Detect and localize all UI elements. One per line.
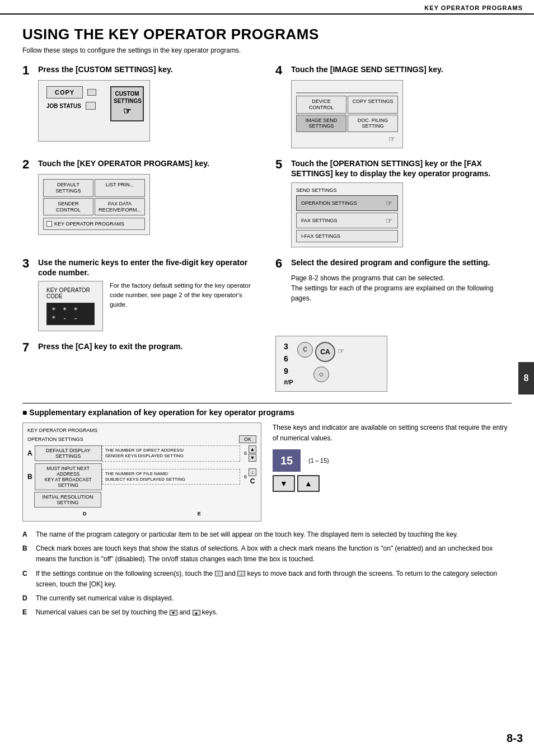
step-2-title: Touch the [KEY OPERATOR PROGRAMS] key. [38,158,209,168]
nav-down-btn[interactable]: ▼ [273,475,295,492]
footnote-a: A The name of the program category or pa… [22,529,512,540]
c-button[interactable]: C [297,342,313,358]
supp-down-arrow-a[interactable]: ▼ [249,454,256,462]
step-4-body: DEVICE CONTROL COPY SETTINGS IMAGE SENDS… [291,80,512,148]
supp-de-labels: D E [27,511,256,516]
step-5-number: 5 [275,158,291,171]
checkbox-icon [46,221,52,227]
page-title: USING THE KEY OPERATOR PROGRAMS [22,26,512,43]
default-settings-btn[interactable]: DEFAULTSETTINGS [43,179,93,197]
step-7-title: Press the [CA] key to exit the program. [38,341,182,351]
nav-up-btn[interactable]: ▲ [297,475,320,492]
job-status-label: JOB STATUS [46,103,81,109]
step7-keypad: 3 6 9 #/P [284,342,379,386]
supp-default-display-btn[interactable]: DEFAULT DISPLAY SETTINGS [35,445,102,461]
footnote-e-letter: E [22,607,31,618]
down-arrow-e: ▼ [170,610,177,616]
numerical-value-display: 15 [273,449,301,472]
step-7-number: 7 [22,341,38,354]
fax-settings-btn[interactable]: FAX SETTINGS ☞ [296,213,398,228]
step-4-number: 4 [275,64,291,77]
footnote-d-letter: D [22,593,31,604]
operation-settings-btn[interactable]: OPERATION SETTINGS ☞ [296,195,398,211]
key-row-hashp: #/P [284,379,293,386]
ifax-settings-btn[interactable]: I-FAX SETTINGS [296,230,398,242]
page-number: 8-3 [507,732,523,745]
main-content: USING THE KEY OPERATOR PROGRAMS Follow t… [0,20,534,632]
step-1-mockup: COPY JOB STATUS CUSTOMSETTINGS ☞ [38,80,150,142]
step-1-title: Press the [CUSTOM SETTINGS] key. [38,64,173,74]
job-status-button[interactable] [86,102,96,110]
step-6-header: 6 Select the desired program and configu… [275,257,512,270]
nav-arrows: ▼ ▲ [273,475,512,492]
footnote-a-text: The name of the program category or part… [36,529,512,540]
device-control-btn[interactable]: DEVICE CONTROL [296,96,346,114]
supp-initial-resolution-btn[interactable]: INITIAL RESOLUTION SETTING [34,492,101,508]
supp-a-label: A [27,449,32,457]
up-arrow-e: ▲ [193,610,200,616]
ca-btn-column: C CA ☞ ◇ [297,342,345,386]
down-arrow-inline: ↓ [237,571,245,576]
footnote-c-text: If the settings continue on the followin… [36,569,512,590]
step-3-number: 3 [22,257,38,270]
doc-piling-btn: DOC. PILINGSETTING [348,115,398,133]
step-3-block: 3 Use the numeric keys to enter the five… [22,257,259,331]
step-7-block: 7 Press the [CA] key to exit the program… [22,341,259,382]
copy-settings-btn[interactable]: COPY SETTINGS [348,96,398,114]
custom-settings-label: CUSTOMSETTINGS [114,91,142,104]
footnote-e: E Numerical values can be set by touchin… [22,607,512,618]
supp-up-arrow-a[interactable]: ▲ [249,445,256,453]
page-header: KEY OPERATOR PROGRAMS [0,0,534,15]
footnote-b: B Check mark boxes are touch keys that s… [22,543,512,565]
key-operator-programs-btn[interactable]: KEY OPERATOR PROGRAMS [43,218,145,230]
supp-kop-label: KEY OPERATOR PROGRAMS [27,428,97,433]
keypad-column: 3 6 9 #/P [284,342,293,386]
numerical-display-row: 15 (1～15) [273,449,512,472]
supp-next-address-btn[interactable]: MUST INPUT NEXT ADDRESSKEY AT BROADCAST … [35,463,102,490]
list-print-btn[interactable]: LIST PRIN... [95,179,145,197]
footnote-c-letter: C [22,569,31,590]
step-5-body: SEND SETTINGS OPERATION SETTINGS ☞ FAX S… [291,182,512,247]
step-3-body: KEY OPERATOR CODE * * * * - - For the fa… [38,281,259,331]
supp-ok-button[interactable]: OK [239,435,256,443]
footnote-d-text: The currently set numerical value is dis… [36,593,512,604]
step-6-text1: Page 8-2 shows the programs that can be … [291,273,512,283]
supplementary-section: ■ Supplementary explanation of key opera… [22,403,512,618]
step-1-block: 1 Press the [CUSTOM SETTINGS] key. COPY … [22,64,259,148]
supp-row-a: A DEFAULT DISPLAY SETTINGS THE NUMBER OF… [27,445,256,462]
supp-diagram-header: KEY OPERATOR PROGRAMS [27,428,256,433]
copy-indicator [87,89,96,96]
footnote-b-text: Check mark boxes are touch keys that sho… [36,543,512,565]
supplementary-grid: KEY OPERATOR PROGRAMS OPERATION SETTINGS… [22,422,512,522]
supp-row-b-num: 6 [240,474,247,480]
step-3-layout: KEY OPERATOR CODE * * * * - - For the fa… [38,281,259,331]
image-send-settings-btn[interactable]: IMAGE SENDSETTINGS [296,115,346,133]
step-7-mockup: 3 6 9 #/P [275,336,387,392]
supp-file-name-info: THE NUMBER OF FILE NAME/SUBJECT KEYS DIS… [102,469,240,485]
custom-settings-button[interactable]: CUSTOMSETTINGS ☞ [110,86,144,121]
supplementary-title: ■ Supplementary explanation of key opera… [22,408,512,417]
sender-control-btn[interactable]: SENDER CONTROL [43,198,93,216]
step-4-header: 4 Touch the [IMAGE SEND SETTINGS] key. [275,64,512,77]
supp-down-arrow-b[interactable]: ↓ [249,468,256,476]
step-6-title: Select the desired program and configure… [291,257,490,267]
footnotes: A The name of the program category or pa… [22,529,512,618]
footnote-b-letter: B [22,543,31,565]
supplementary-numerical: These keys and indicator are available o… [273,422,512,522]
supp-op-settings-label: OPERATION SETTINGS [27,436,83,442]
supp-page-arrows-a: ▲ ▼ [249,445,256,462]
diamond-button[interactable]: ◇ [313,367,329,382]
fax-data-btn: FAX DATARECEIVE/FORM... [95,198,145,216]
code-input: * * * * - - [46,303,95,325]
supp-row-initial: A INITIAL RESOLUTION SETTING [27,492,256,508]
step-6-text2: The settings for each of the programs ar… [291,283,512,303]
ca-button[interactable]: CA [315,342,335,362]
step-4-title: Touch the [IMAGE SEND SETTINGS] key. [291,64,443,74]
step-1-header: 1 Press the [CUSTOM SETTINGS] key. [22,64,259,77]
supp-row-a-num: 6 [240,450,247,456]
supp-e-label: E [198,511,201,516]
step-3-header: 3 Use the numeric keys to enter the five… [22,257,259,278]
c-ca-row: C CA ☞ [297,342,345,362]
step-2-mockup: DEFAULTSETTINGS LIST PRIN... SENDER CONT… [38,174,150,235]
footnote-c: C If the settings continue on the follow… [22,569,512,590]
